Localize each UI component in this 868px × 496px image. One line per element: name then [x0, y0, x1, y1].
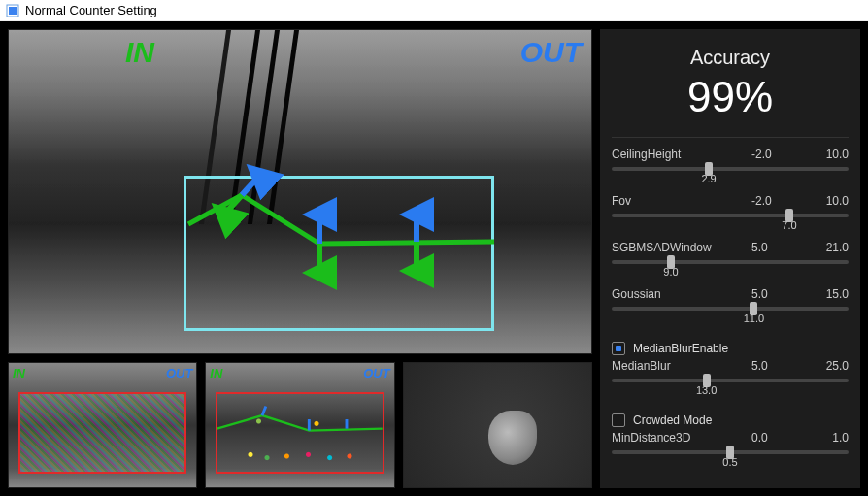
slider-value: 11.0	[734, 313, 773, 324]
slider-min: 5.0	[751, 241, 800, 254]
depth-view[interactable]	[403, 362, 592, 488]
slider-max: 10.0	[800, 148, 849, 161]
main-camera-view[interactable]: IN OUT	[8, 29, 592, 354]
counting-region-box[interactable]	[184, 176, 494, 331]
checkbox-icon[interactable]	[612, 413, 625, 427]
slider-gaussian: Goussian 5.0 15.0 11.0	[612, 287, 849, 324]
window-title: Normal Counter Setting	[25, 3, 157, 17]
window-titlebar: Normal Counter Setting	[0, 0, 868, 21]
slider-ceiling-height: CeilingHeight -2.0 10.0 2.9	[612, 148, 849, 184]
slider-min: 0.0	[751, 431, 800, 445]
slider-max: 15.0	[800, 287, 849, 301]
slider-max: 25.0	[800, 359, 849, 373]
slider-track[interactable]	[612, 214, 849, 217]
slider-track[interactable]	[612, 450, 849, 454]
accuracy-block: Accuracy 99%	[612, 37, 849, 138]
counting-region-box	[18, 392, 186, 474]
slider-min: 5.0	[751, 287, 800, 301]
slider-track[interactable]	[612, 167, 849, 171]
slider-sgbm-sad-window: SGBMSADWindow 5.0 21.0 9.0	[612, 241, 849, 278]
slider-label: CeilingHeight	[612, 148, 751, 161]
slider-track[interactable]	[612, 379, 849, 382]
in-label: IN	[125, 36, 154, 69]
app-icon	[6, 4, 19, 17]
slider-label: Fov	[612, 194, 751, 208]
out-label: OUT	[520, 36, 582, 69]
slider-max: 21.0	[800, 241, 849, 254]
slider-median-blur: MedianBlur 5.0 25.0 13.0	[612, 359, 849, 396]
slider-value: 7.0	[770, 219, 809, 231]
slider-track[interactable]	[612, 307, 849, 311]
slider-min: -2.0	[751, 148, 800, 161]
slider-label: Goussian	[612, 287, 751, 301]
checkbox-median-blur-enable[interactable]: MedianBlurEnable	[612, 342, 849, 355]
flow-noise-overlay	[20, 394, 184, 472]
slider-track[interactable]	[612, 260, 849, 264]
slider-max: 10.0	[800, 194, 849, 208]
checkbox-label: MedianBlurEnable	[633, 342, 728, 355]
accuracy-label: Accuracy	[612, 47, 849, 69]
checkbox-icon[interactable]	[612, 342, 625, 355]
optical-flow-view[interactable]: IN OUT	[8, 362, 197, 488]
checkbox-label: Crowded Mode	[633, 413, 712, 427]
slider-value: 9.0	[651, 266, 690, 278]
tracked-points-overlay	[217, 394, 382, 472]
slider-label: MinDistance3D	[612, 431, 751, 445]
tracking-view[interactable]: IN OUT	[205, 362, 394, 488]
thumbnail-row: IN OUT IN OUT	[8, 362, 592, 488]
slider-fov: Fov -2.0 10.0 7.0	[612, 194, 849, 231]
slider-value: 2.9	[689, 173, 728, 184]
out-label: OUT	[363, 366, 389, 380]
main-content: IN OUT	[0, 21, 868, 496]
camera-views-column: IN OUT	[8, 29, 592, 488]
slider-min: -2.0	[751, 194, 800, 208]
slider-max: 1.0	[800, 431, 849, 445]
svg-rect-1	[9, 7, 17, 15]
slider-min-distance-3d: MinDistance3D 0.0 1.0 0.5	[612, 431, 849, 468]
slider-min: 5.0	[751, 359, 800, 373]
checkbox-crowded-mode[interactable]: Crowded Mode	[612, 413, 849, 427]
counting-region-box	[216, 392, 384, 474]
slider-label: SGBMSADWindow	[612, 241, 751, 254]
depth-blob	[488, 411, 537, 465]
slider-value: 0.5	[711, 456, 750, 468]
out-label: OUT	[166, 366, 192, 380]
slider-value: 13.0	[687, 384, 726, 396]
settings-panel: Accuracy 99% CeilingHeight -2.0 10.0 2.9…	[600, 29, 860, 488]
accuracy-value: 99%	[612, 73, 849, 121]
slider-label: MedianBlur	[612, 359, 751, 373]
in-label: IN	[210, 366, 222, 380]
in-label: IN	[13, 366, 25, 380]
